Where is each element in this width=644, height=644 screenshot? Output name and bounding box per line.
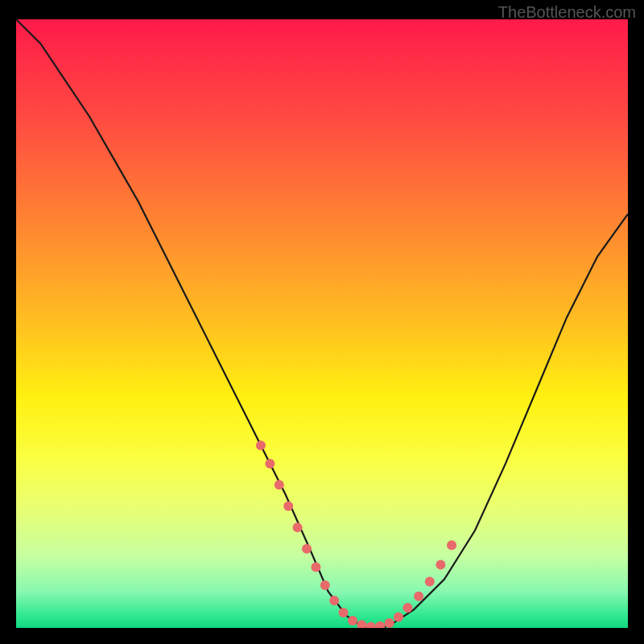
bottleneck-curve (16, 19, 628, 628)
watermark-text: TheBottleneck.com (498, 3, 636, 22)
chart-plot-area (16, 19, 628, 628)
curve-marker (366, 622, 376, 629)
curve-marker (394, 612, 403, 621)
curve-marker (425, 577, 435, 587)
curve-marker (320, 580, 330, 590)
curve-marker (311, 562, 320, 572)
curve-marker (357, 620, 366, 628)
curve-marker (375, 621, 385, 628)
curve-marker (339, 608, 349, 617)
curve-marker (302, 544, 312, 554)
curve-marker (436, 559, 445, 569)
curve-marker (402, 603, 412, 613)
curve-marker (283, 502, 293, 511)
curve-markers (256, 440, 456, 628)
curve-marker (293, 522, 303, 532)
bottleneck-chart-svg (16, 19, 628, 628)
curve-marker (275, 480, 284, 489)
curve-marker (256, 440, 266, 450)
curve-marker (447, 540, 456, 550)
curve-marker (414, 592, 423, 601)
curve-marker (348, 616, 357, 625)
curve-marker (265, 459, 275, 469)
curve-marker (385, 618, 394, 628)
curve-marker (329, 596, 339, 605)
